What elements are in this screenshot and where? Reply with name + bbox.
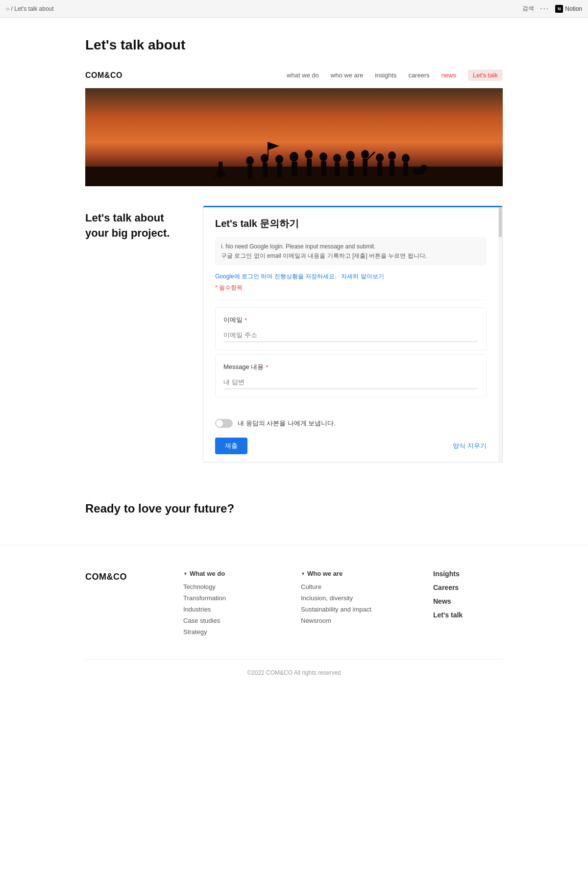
svg-point-32 — [402, 154, 410, 163]
form-container: Let's talk 문의하기 i. No need Google login.… — [203, 206, 503, 463]
footer-grid: COM&CO What we do Technology Transformat… — [85, 570, 503, 639]
headline-line2: your big project. — [85, 227, 170, 239]
headline-line1: Let's talk about — [85, 212, 164, 224]
svg-point-19 — [319, 152, 327, 161]
google-login-suffix: 하여 진행상황을 저장하세요. — [261, 273, 336, 280]
nav-link-careers[interactable]: careers — [408, 72, 429, 79]
form-divider — [215, 300, 487, 300]
email-label: 이메일 * — [223, 316, 478, 324]
content-left: Let's talk about your big project. — [85, 206, 183, 241]
svg-rect-18 — [307, 159, 312, 176]
footer-link-strategy[interactable]: Strategy — [183, 628, 291, 636]
toggle-switch[interactable] — [215, 419, 233, 428]
more-button[interactable]: ··· — [540, 4, 549, 13]
svg-rect-14 — [277, 164, 282, 177]
nav-link-insights[interactable]: insights — [375, 72, 396, 79]
form-info: i. No need Google login. Please input me… — [215, 237, 487, 266]
required-note: * 필수항목 — [215, 284, 487, 292]
footer-link-transformation[interactable]: Transformation — [183, 594, 291, 602]
svg-rect-10 — [263, 163, 268, 177]
email-input[interactable] — [223, 328, 478, 342]
footer-copyright: ©2022 COM&CO All rights reserved — [85, 659, 503, 676]
breadcrumb-text: ○ / Let's talk about — [6, 5, 54, 12]
browser-controls: 검색 ··· N Notion — [522, 4, 582, 13]
nav-link-lets-talk[interactable]: Let's talk — [468, 70, 503, 81]
footer-link-inclusion[interactable]: Inclusion, diversity — [301, 594, 423, 602]
learn-more-link[interactable]: 자세히 알아보기 — [341, 273, 384, 280]
svg-rect-31 — [390, 160, 394, 176]
form-bottom: 내 응답의 사본을 나에게 보냅니다. 제출 양식 지우기 — [203, 411, 498, 462]
svg-point-23 — [346, 151, 355, 161]
svg-rect-22 — [335, 163, 340, 176]
big-headline: Let's talk about your big project. — [85, 211, 183, 241]
form-title: Let's talk 문의하기 — [215, 217, 487, 230]
footer-col1-title: What we do — [183, 570, 291, 577]
scrollbar-thumb — [499, 208, 502, 237]
content-right: Let's talk 문의하기 i. No need Google login.… — [203, 206, 503, 463]
toggle-label: 내 응답의 사본을 나에게 보냅니다. — [238, 419, 336, 428]
svg-point-21 — [333, 154, 341, 163]
svg-rect-11 — [268, 142, 269, 159]
svg-point-9 — [261, 154, 269, 163]
footer-link-technology[interactable]: Technology — [183, 583, 291, 590]
footer-logo-col: COM&CO — [85, 570, 173, 639]
form-scrollbar[interactable] — [498, 207, 502, 462]
message-required-star: * — [266, 364, 268, 371]
message-label: Message 내용 * — [223, 363, 478, 371]
footer-inner: COM&CO What we do Technology Transformat… — [74, 570, 514, 676]
nav-link-what-we-do[interactable]: what we do — [287, 72, 319, 79]
hero-image — [85, 88, 503, 186]
footer-col2-title: Who we are — [301, 570, 423, 577]
footer-link-culture[interactable]: Culture — [301, 583, 423, 590]
svg-point-28 — [376, 153, 384, 162]
footer-link-news[interactable]: News — [433, 597, 507, 605]
message-section: Message 내용 * — [215, 354, 487, 397]
svg-point-17 — [305, 150, 313, 159]
page-title-section: Let's talk about — [85, 18, 503, 63]
message-input[interactable] — [223, 375, 478, 389]
footer-link-sustainability[interactable]: Sustainability and impact — [301, 606, 423, 613]
search-label[interactable]: 검색 — [522, 4, 534, 13]
svg-point-13 — [275, 155, 283, 164]
svg-point-25 — [361, 150, 369, 159]
site-nav: COM&CO what we do who we are insights ca… — [85, 63, 503, 88]
footer-logo[interactable]: COM&CO — [85, 570, 173, 582]
svg-point-30 — [388, 151, 396, 160]
notion-logo: N — [555, 5, 563, 13]
svg-rect-8 — [247, 165, 252, 179]
svg-point-15 — [290, 152, 298, 162]
toggle-row: 내 응답의 사본을 나에게 보냅니다. — [215, 419, 487, 428]
nav-links: what we do who we are insights careers n… — [287, 70, 503, 81]
footer-col-who-we-are: Who we are Culture Inclusion, diversity … — [301, 570, 423, 639]
footer-col-what-we-do: What we do Technology Transformation Ind… — [183, 570, 291, 639]
svg-point-7 — [246, 156, 254, 165]
footer-link-industries[interactable]: Industries — [183, 606, 291, 613]
footer-link-case-studies[interactable]: Case studies — [183, 617, 291, 624]
footer-link-newsroom[interactable]: Newsroom — [301, 617, 423, 624]
google-login-text[interactable]: Google에 로그인 — [215, 273, 259, 280]
nav-link-news[interactable]: news — [441, 72, 456, 79]
cta-section: Ready to love your future? — [85, 492, 503, 545]
email-section: 이메일 * — [215, 307, 487, 350]
form-actions: 제출 양식 지우기 — [215, 438, 487, 454]
svg-rect-16 — [292, 162, 297, 176]
footer-link-lets-talk[interactable]: Let's talk — [433, 611, 507, 619]
nav-link-who-we-are[interactable]: who we are — [331, 72, 363, 79]
form-info-line1: i. No need Google login. Please input me… — [221, 242, 481, 251]
site-logo[interactable]: COM&CO — [85, 71, 122, 80]
browser-bar: ○ / Let's talk about 검색 ··· N Notion — [0, 0, 588, 18]
notion-label: Notion — [565, 5, 582, 12]
clear-button[interactable]: 양식 지우기 — [453, 441, 487, 450]
content-row: Let's talk about your big project. Let's… — [85, 206, 503, 463]
svg-rect-29 — [377, 162, 382, 176]
footer-link-careers[interactable]: Careers — [433, 584, 507, 591]
footer-link-insights[interactable]: Insights — [433, 570, 507, 578]
svg-point-35 — [420, 165, 427, 172]
form-inner: Let's talk 문의하기 i. No need Google login.… — [203, 207, 498, 411]
form-google-login[interactable]: Google에 로그인 하여 진행상황을 저장하세요. 자세히 알아보기 — [215, 272, 487, 281]
form-info-line2: 구글 로그인 없이 email 이메일과 내용을 기록하고 [제출] 버튼을 누… — [221, 251, 481, 261]
page-title: Let's talk about — [85, 37, 503, 53]
notion-badge: N Notion — [555, 5, 582, 13]
submit-button[interactable]: 제출 — [215, 438, 247, 454]
svg-rect-24 — [348, 161, 354, 176]
